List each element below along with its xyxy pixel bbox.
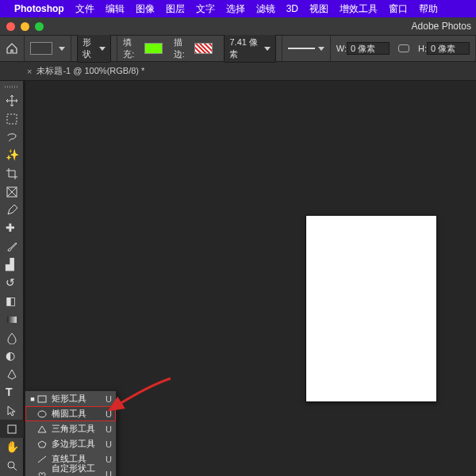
traffic-light-minimize[interactable] [21, 22, 29, 31]
wand-icon: ✨ [6, 149, 18, 162]
flyout-triangle-tool[interactable]: 三角形工具 U [25, 421, 116, 436]
tool-preset-picker[interactable] [25, 36, 71, 61]
link-wh-button[interactable] [395, 36, 413, 61]
magic-wand-tool[interactable]: ✨ [0, 146, 24, 164]
flyout-item-label: 三角形工具 [48, 423, 102, 435]
path-selection-tool[interactable] [0, 401, 24, 420]
width-group: W: [331, 36, 395, 61]
width-input[interactable] [347, 42, 390, 55]
menu-plugins[interactable]: 增效工具 [340, 2, 378, 16]
svg-rect-3 [8, 425, 16, 433]
menu-view[interactable]: 视图 [309, 2, 328, 16]
shape-mode-label: 形状 [83, 36, 96, 60]
history-brush-tool[interactable]: ↺ [0, 274, 24, 292]
flyout-rectangle-tool[interactable]: ■ 矩形工具 U [25, 391, 116, 406]
menu-window[interactable]: 窗口 [389, 2, 408, 16]
menu-edit[interactable]: 编辑 [106, 2, 125, 16]
menu-3d[interactable]: 3D [286, 3, 298, 14]
healing-brush-tool[interactable]: ✚ [0, 219, 24, 237]
flyout-item-label: 自定形状工具 [48, 463, 102, 477]
ellipse-icon [36, 410, 48, 418]
zoom-tool[interactable] [0, 456, 24, 474]
svg-point-4 [8, 462, 14, 468]
menu-layer[interactable]: 图层 [166, 2, 185, 16]
polygon-icon [36, 440, 48, 448]
chevron-down-icon [99, 47, 106, 51]
menu-type[interactable]: 文字 [196, 2, 215, 16]
main-area: ✨ ✚ ▟ ↺ ◧ ◐ T ✋ ⋯ ■ 矩形工具 U [0, 81, 476, 476]
width-label: W: [336, 44, 347, 53]
menu-file[interactable]: 文件 [75, 2, 94, 16]
flyout-item-label: 矩形工具 [48, 393, 102, 405]
document-tab-bar: × 未标题-1 @ 100%(RGB/8) * [0, 62, 476, 81]
eraser-tool[interactable]: ◧ [0, 292, 24, 310]
tools-panel: ✨ ✚ ▟ ↺ ◧ ◐ T ✋ ⋯ [0, 81, 24, 476]
pen-tool[interactable] [0, 365, 24, 383]
chevron-down-icon [264, 47, 271, 51]
flyout-item-shortcut: U [102, 394, 112, 404]
eraser-icon: ◧ [6, 295, 18, 308]
marquee-tool[interactable] [0, 109, 24, 128]
flyout-item-shortcut: U [102, 424, 112, 434]
home-button[interactable] [0, 36, 25, 61]
move-tool[interactable] [0, 91, 24, 109]
fill-swatch[interactable] [144, 43, 163, 54]
tab-close-button[interactable]: × [27, 67, 32, 76]
svg-rect-5 [38, 396, 46, 402]
rectangle-icon [36, 395, 48, 403]
crop-tool[interactable] [0, 164, 24, 182]
svg-rect-2 [7, 317, 17, 323]
type-icon: T [6, 386, 18, 399]
menu-select[interactable]: 选择 [226, 2, 245, 16]
height-label: H: [418, 44, 427, 53]
dodge-icon: ◐ [6, 350, 18, 363]
traffic-light-zoom[interactable] [35, 22, 44, 31]
dodge-tool[interactable]: ◐ [0, 347, 24, 365]
history-brush-icon: ↺ [6, 277, 18, 290]
gradient-tool[interactable] [0, 310, 24, 328]
flyout-ellipse-tool[interactable]: 椭圆工具 U [25, 406, 116, 421]
window-chrome: Adobe Photos [0, 17, 476, 35]
home-icon [6, 43, 18, 54]
stroke-line-icon [288, 48, 315, 49]
stroke-width-dropdown[interactable]: 7.41 像素 [218, 36, 282, 61]
shape-mode-dropdown[interactable]: 形状 [71, 36, 117, 61]
flyout-item-label: 椭圆工具 [48, 408, 102, 420]
flyout-custom-shape-tool[interactable]: 自定形状工具 U [25, 466, 116, 476]
shape-preview-icon [30, 42, 52, 55]
stroke-label: 描边: [174, 36, 191, 60]
frame-tool[interactable] [0, 182, 24, 201]
blur-tool[interactable] [0, 328, 24, 347]
active-marker-icon: ■ [29, 395, 36, 403]
window-title: Adobe Photos [412, 21, 471, 32]
macos-menubar: Photoshop 文件 编辑 图像 图层 文字 选择 滤镜 3D 视图 增效工… [0, 0, 476, 17]
custom-shape-icon [36, 470, 48, 477]
lasso-tool[interactable] [0, 128, 24, 146]
stroke-style-dropdown[interactable] [282, 36, 331, 61]
fill-label: 填充: [123, 36, 140, 60]
svg-point-6 [38, 411, 46, 417]
panel-grip-icon[interactable] [5, 86, 19, 88]
shape-tool-flyout: ■ 矩形工具 U 椭圆工具 U 三角形工具 U 多边形工具 U 直线工具 [25, 390, 117, 476]
brush-tool[interactable] [0, 237, 24, 255]
menu-help[interactable]: 帮助 [419, 2, 438, 16]
menu-filter[interactable]: 滤镜 [256, 2, 275, 16]
stamp-icon: ▟ [6, 259, 18, 271]
flyout-item-shortcut: U [102, 470, 112, 477]
height-input[interactable] [427, 42, 470, 55]
eyedropper-tool[interactable] [0, 201, 24, 219]
document-tab[interactable]: 未标题-1 @ 100%(RGB/8) * [36, 65, 144, 77]
flyout-polygon-tool[interactable]: 多边形工具 U [25, 436, 116, 451]
shape-tool[interactable] [0, 420, 24, 438]
traffic-light-close[interactable] [6, 22, 15, 31]
hand-tool[interactable]: ✋ [0, 438, 24, 456]
type-tool[interactable]: T [0, 383, 24, 401]
artboard[interactable] [306, 216, 436, 401]
svg-rect-0 [7, 114, 17, 124]
flyout-item-shortcut: U [102, 440, 112, 449]
stroke-swatch[interactable] [194, 43, 213, 54]
clone-stamp-tool[interactable]: ▟ [0, 255, 24, 274]
stroke-width-value: 7.41 像素 [229, 36, 260, 60]
menu-image[interactable]: 图像 [136, 2, 155, 16]
fill-group: 填充: [117, 36, 168, 61]
